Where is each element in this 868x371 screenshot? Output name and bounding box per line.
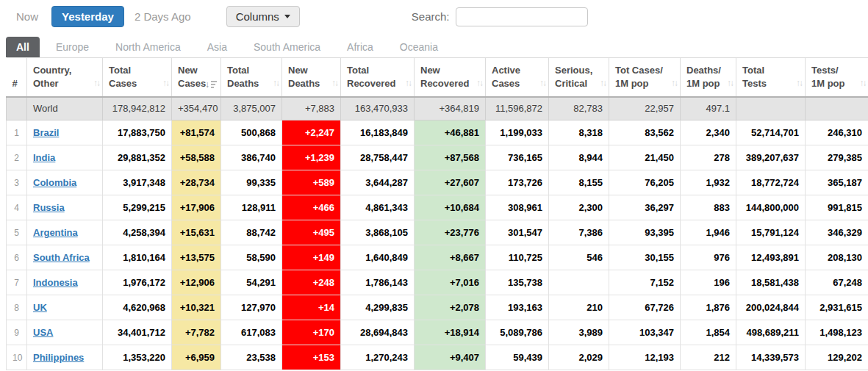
column-header-tot-cases-1m-pop[interactable]: Tot Cases/1M pop↑↓ [609, 58, 681, 97]
country-link[interactable]: UK [33, 302, 47, 313]
cell-total-cases: 3,917,348 [103, 170, 172, 195]
column-header-deaths-1m-pop[interactable]: Deaths/1M pop↑↓ [681, 58, 736, 97]
cell-rank: 3 [7, 170, 27, 195]
table-row-colombia: 3Colombia3,917,348+28,73499,335+5893,644… [7, 170, 868, 195]
columns-dropdown-button[interactable]: Columns [226, 6, 300, 27]
cell-country: Philippines [27, 345, 103, 370]
cell-deaths-1m: 1,876 [681, 295, 736, 320]
cell-country: South Africa [27, 245, 103, 270]
cell-country: India [27, 145, 103, 170]
column-header-new-deaths[interactable]: NewDeaths↑↓ [282, 58, 341, 97]
country-link[interactable]: USA [33, 327, 53, 338]
column-header-label: Deaths/1M pop [686, 64, 731, 90]
tab-south-america[interactable]: South America [243, 37, 331, 57]
table-row-brazil: 1Brazil17,883,750+81,574500,868+2,24716,… [7, 120, 868, 145]
cell-total-tests [736, 97, 806, 120]
column-header-total-deaths[interactable]: TotalDeaths↑↓ [221, 58, 282, 97]
country-link[interactable]: Colombia [33, 177, 76, 188]
two-days-ago-button[interactable]: 2 Days Ago [127, 7, 198, 26]
search-input[interactable] [456, 7, 588, 26]
cell-new-cases: +28,734 [172, 170, 221, 195]
cell-country: Russia [27, 195, 103, 220]
covid-dashboard: Now Yesterday 2 Days Ago Columns Search:… [0, 0, 868, 371]
column-header-country-other[interactable]: Country,Other↑↓ [27, 58, 103, 97]
cell-tests-1m: 346,329 [806, 220, 868, 245]
sort-both-icon: ↑↓ [476, 77, 482, 89]
cell-new-cases: +354,470 [172, 97, 221, 120]
table-header-row: #Country,Other↑↓TotalCases↑↓NewCases↓Tot… [7, 58, 868, 97]
column-header-serious-critical[interactable]: Serious,Critical↑↓ [549, 58, 609, 97]
cell-total-cases: 1,810,164 [103, 245, 172, 270]
cell-new-cases: +81,574 [172, 120, 221, 145]
tab-north-america[interactable]: North America [105, 37, 191, 57]
cell-tot-cases-1m: 76,205 [609, 170, 681, 195]
cell-active-cases: 11,596,872 [486, 97, 549, 120]
column-header-new-cases[interactable]: NewCases↓ [172, 58, 221, 97]
cell-rank: 8 [7, 295, 27, 320]
country-link[interactable]: South Africa [33, 252, 90, 263]
country-link[interactable]: Indonesia [33, 277, 78, 288]
column-header-: # [7, 58, 27, 97]
cell-total-cases: 4,258,394 [103, 220, 172, 245]
column-header-label: NewRecovered [420, 64, 481, 90]
toolbar: Now Yesterday 2 Days Ago Columns Search: [6, 0, 868, 29]
country-link[interactable]: Brazil [33, 127, 59, 138]
cell-tot-cases-1m: 67,726 [609, 295, 681, 320]
world-row: World178,942,812+354,4703,875,007+7,8831… [7, 97, 868, 120]
continent-tabs: AllEuropeNorth AmericaAsiaSouth AmericaA… [6, 37, 868, 57]
country-link[interactable]: Argentina [33, 227, 78, 238]
cell-tot-cases-1m: 103,347 [609, 320, 681, 345]
column-header-active-cases[interactable]: ActiveCases↑↓ [486, 58, 549, 97]
search-label: Search: [412, 10, 450, 23]
column-header-label: TotalCases [109, 64, 167, 90]
column-header-total-tests[interactable]: TotalTests↑↓ [736, 58, 806, 97]
tab-europe[interactable]: Europe [46, 37, 99, 57]
table-row-india: 2India29,881,352+58,588386,740+1,23928,7… [7, 145, 868, 170]
cell-new-recovered: +364,819 [415, 97, 486, 120]
tab-asia[interactable]: Asia [197, 37, 237, 57]
table-body: World178,942,812+354,4703,875,007+7,8831… [7, 97, 868, 370]
country-link[interactable]: Russia [33, 202, 65, 213]
column-header-label: Tot Cases/1M pop [615, 64, 675, 90]
cell-total-cases: 178,942,812 [103, 97, 172, 120]
cell-new-deaths: +149 [282, 245, 341, 270]
cell-new-deaths: +170 [282, 320, 341, 345]
cell-total-recovered: 28,758,447 [341, 145, 415, 170]
country-link[interactable]: India [33, 152, 55, 163]
column-header-label: # [12, 77, 23, 90]
column-header-total-recovered[interactable]: TotalRecovered↑↓ [341, 58, 415, 97]
column-header-label: NewDeaths [288, 64, 336, 90]
column-header-tests-1m-pop[interactable]: Tests/1M pop↑↓ [806, 58, 868, 97]
cell-deaths-1m: 196 [681, 270, 736, 295]
sort-both-icon: ↑↓ [727, 77, 733, 89]
tab-africa[interactable]: Africa [337, 37, 384, 57]
cell-total-tests: 389,207,637 [736, 145, 806, 170]
cell-total-deaths: 617,083 [221, 320, 282, 345]
cell-serious-critical: 210 [549, 295, 609, 320]
cell-tot-cases-1m: 93,395 [609, 220, 681, 245]
column-header-total-cases[interactable]: TotalCases↑↓ [103, 58, 172, 97]
cell-serious-critical: 2,029 [549, 345, 609, 370]
table-row-usa: 9USA34,401,712+7,782617,083+17028,694,84… [7, 320, 868, 345]
cell-new-deaths: +14 [282, 295, 341, 320]
tab-oceania[interactable]: Oceania [390, 37, 448, 57]
yesterday-button[interactable]: Yesterday [51, 6, 124, 27]
cell-tests-1m: 991,815 [806, 195, 868, 220]
cell-deaths-1m: 976 [681, 245, 736, 270]
column-header-label: ActiveCases [492, 64, 544, 90]
cell-tot-cases-1m: 83,562 [609, 120, 681, 145]
cell-tests-1m: 1,498,123 [806, 320, 868, 345]
cell-active-cases: 736,165 [486, 145, 549, 170]
cell-total-cases: 1,976,172 [103, 270, 172, 295]
column-header-new-recovered[interactable]: NewRecovered↑↓ [415, 58, 486, 97]
cell-new-deaths: +7,883 [282, 97, 341, 120]
country-link[interactable]: Philippines [33, 352, 84, 363]
cell-country: Indonesia [27, 270, 103, 295]
cell-new-cases: +12,906 [172, 270, 221, 295]
now-button[interactable]: Now [9, 7, 46, 26]
cell-serious-critical: 3,989 [549, 320, 609, 345]
tab-all[interactable]: All [6, 37, 40, 57]
cell-new-cases: +17,906 [172, 195, 221, 220]
column-header-label: Country,Other [33, 64, 98, 90]
cell-tot-cases-1m: 22,957 [609, 97, 681, 120]
